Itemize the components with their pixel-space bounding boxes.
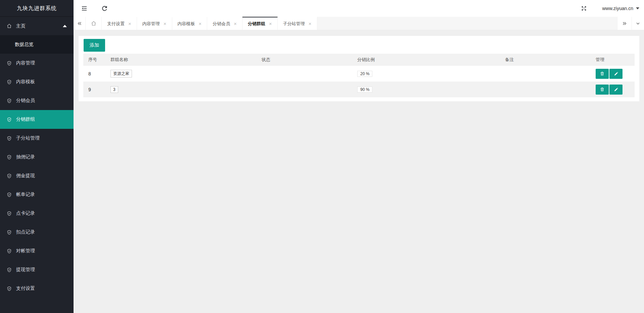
app-title: 九块九进群系统 xyxy=(0,0,74,17)
tab[interactable]: 子分站管理 × xyxy=(278,17,317,30)
sidebar-item[interactable]: 分销会员 xyxy=(0,91,74,110)
sidebar-item-label: 帐单记录 xyxy=(16,192,35,198)
tab-label: 分销会员 xyxy=(213,21,230,27)
group-name-input[interactable]: 3 xyxy=(110,86,118,93)
sidebar-item[interactable]: 子分站管理 xyxy=(0,129,74,148)
sidebar-item[interactable]: 内容模板 xyxy=(0,72,74,91)
tab[interactable]: 分销会员 × xyxy=(207,17,242,30)
tab-label: 分销群组 xyxy=(248,21,265,27)
sidebar-item-label: 支付设置 xyxy=(16,285,35,292)
tab-close-icon[interactable]: × xyxy=(128,21,131,26)
content-card: 添加 序号 群组名称 状态 分销比例 备注 管理 8 资源之家 xyxy=(79,36,639,101)
row-actions xyxy=(596,69,635,79)
shield-check-icon xyxy=(7,286,12,291)
shield-check-icon xyxy=(7,267,12,272)
col-header-group-name: 群组名称 xyxy=(110,57,262,63)
tabs-scroll-left-button[interactable] xyxy=(74,17,86,30)
tab-label: 内容模板 xyxy=(178,21,195,27)
tab-label: 支付设置 xyxy=(107,21,125,27)
tab[interactable]: 内容管理 × xyxy=(137,17,172,30)
edit-button[interactable] xyxy=(609,85,623,95)
sidebar-item-label: 主页 xyxy=(16,23,26,29)
tab-close-icon[interactable]: × xyxy=(269,21,272,26)
shield-check-icon xyxy=(7,117,12,122)
tabs-scroll-right-button[interactable] xyxy=(617,17,632,30)
shield-check-icon xyxy=(7,98,12,103)
table-body: 8 资源之家 20 % xyxy=(83,66,635,97)
ratio-badge[interactable]: 90 % xyxy=(357,87,372,93)
sidebar-item-label: 分销群组 xyxy=(16,116,35,122)
sidebar-item-label: 内容模板 xyxy=(16,79,35,85)
open-tabs: 支付设置 × 内容管理 × 内容模板 × 分销会员 × 分销群组 × 子分站管理… xyxy=(102,17,317,30)
sidebar-item[interactable]: 分销群组 xyxy=(0,110,74,129)
sidebar-item[interactable]: 内容管理 xyxy=(0,54,74,72)
delete-button[interactable] xyxy=(596,69,609,79)
sidebar-item-label: 抽佣记录 xyxy=(16,154,35,160)
collapse-sidebar-button[interactable] xyxy=(78,2,90,14)
refresh-icon[interactable] xyxy=(98,2,110,14)
tab-label: 子分站管理 xyxy=(283,21,305,27)
shield-check-icon xyxy=(7,211,12,216)
sidebar-item[interactable]: 点卡记录 xyxy=(0,204,74,223)
sidebar-item[interactable]: 扣点记录 xyxy=(0,223,74,242)
ratio-badge[interactable]: 20 % xyxy=(357,71,372,77)
tabs-menu-button[interactable] xyxy=(632,17,644,30)
sidebar-item[interactable]: 抽佣记录 xyxy=(0,148,74,166)
sidebar-item-label: 子分站管理 xyxy=(16,135,40,141)
tab[interactable]: 支付设置 × xyxy=(102,17,137,30)
sidebar-item-label: 内容管理 xyxy=(16,60,35,66)
topbar-left xyxy=(78,0,110,17)
table-row: 8 资源之家 20 % xyxy=(83,66,635,82)
caret-down-icon xyxy=(636,7,639,9)
shield-check-icon xyxy=(7,61,12,66)
tab-close-icon[interactable]: × xyxy=(234,21,237,26)
shield-check-icon xyxy=(7,230,12,235)
table-row: 9 3 90 % xyxy=(83,82,635,97)
col-header-status: 状态 xyxy=(262,57,357,63)
shield-check-icon xyxy=(7,173,12,178)
sidebar: 九块九进群系统 主页 数据总览 内容管理 xyxy=(0,0,74,313)
sidebar-subitem-label: 数据总览 xyxy=(15,42,34,47)
tab-home-button[interactable] xyxy=(86,17,102,30)
sidebar-item-label: 对帐管理 xyxy=(16,248,35,254)
tabbar: 支付设置 × 内容管理 × 内容模板 × 分销会员 × 分销群组 × 子分站管理… xyxy=(74,17,644,30)
col-header-remark: 备注 xyxy=(505,57,596,63)
tab-close-icon[interactable]: × xyxy=(309,21,312,26)
tab-close-icon[interactable]: × xyxy=(164,21,167,26)
sidebar-item[interactable]: 佣金提现 xyxy=(0,166,74,185)
table-header-row: 序号 群组名称 状态 分销比例 备注 管理 xyxy=(83,54,635,66)
sidebar-item-label: 点卡记录 xyxy=(16,210,35,216)
sidebar-item-home[interactable]: 主页 xyxy=(0,17,74,35)
sidebar-subitem-data-overview[interactable]: 数据总览 xyxy=(0,35,74,54)
topbar-right: www.ziyuan.cn xyxy=(578,0,641,17)
sidebar-item-label: 佣金提现 xyxy=(16,173,35,179)
shield-check-icon xyxy=(7,155,12,160)
tab[interactable]: 内容模板 × xyxy=(172,17,208,30)
delete-button[interactable] xyxy=(596,85,609,95)
tabbar-spacer xyxy=(317,17,617,30)
groups-table: 序号 群组名称 状态 分销比例 备注 管理 8 资源之家 xyxy=(83,54,635,97)
sidebar-item-label: 提现管理 xyxy=(16,267,35,273)
col-header-manage: 管理 xyxy=(596,57,635,63)
topbar: www.ziyuan.cn xyxy=(74,0,644,17)
sidebar-item[interactable]: 帐单记录 xyxy=(0,185,74,204)
sidebar-item-label: 分销会员 xyxy=(16,98,35,104)
sidebar-item-label: 扣点记录 xyxy=(16,229,35,235)
sidebar-item[interactable]: 支付设置 xyxy=(0,279,74,298)
caret-up-icon xyxy=(63,25,67,27)
sidebar-item[interactable]: 对帐管理 xyxy=(0,242,74,260)
tab[interactable]: 分销群组 × xyxy=(242,17,278,30)
col-header-id: 序号 xyxy=(88,57,110,63)
domain-switcher[interactable]: www.ziyuan.cn xyxy=(602,6,641,11)
fullscreen-icon[interactable] xyxy=(578,2,590,14)
home-icon xyxy=(7,23,12,29)
shield-check-icon xyxy=(7,192,12,197)
add-button[interactable]: 添加 xyxy=(84,39,105,52)
sidebar-submenu: 数据总览 xyxy=(0,35,74,54)
col-header-ratio: 分销比例 xyxy=(357,57,505,63)
tab-close-icon[interactable]: × xyxy=(199,21,202,26)
shield-check-icon xyxy=(7,136,12,141)
sidebar-item[interactable]: 提现管理 xyxy=(0,260,74,279)
group-name-input[interactable]: 资源之家 xyxy=(110,70,132,77)
edit-button[interactable] xyxy=(609,69,623,79)
